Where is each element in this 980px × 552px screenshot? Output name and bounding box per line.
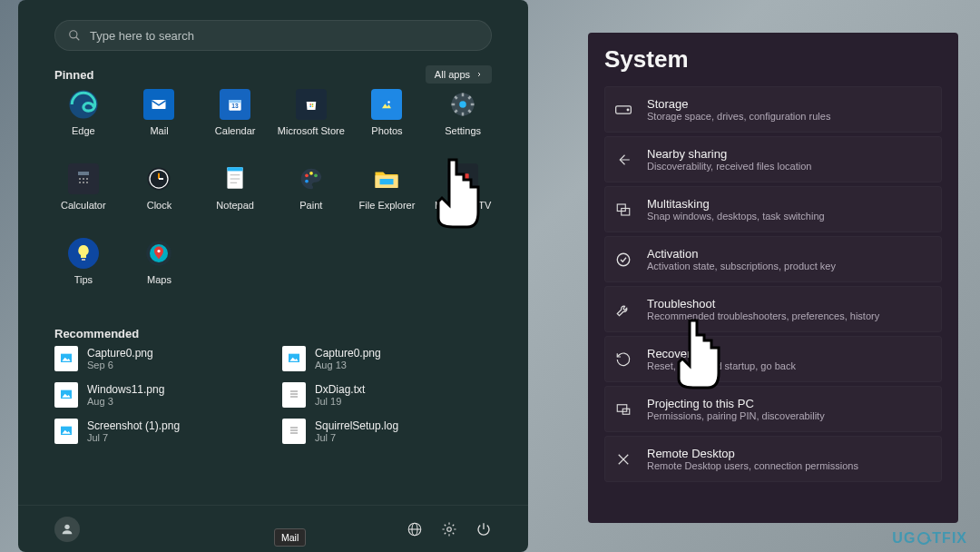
svg-point-26 (83, 178, 84, 180)
mail-icon (143, 89, 174, 120)
text-file-icon (282, 419, 306, 444)
pinned-label: Tips (74, 274, 93, 285)
store-icon (296, 89, 327, 120)
recommended-item[interactable]: Capture0.pngSep 6 (54, 346, 264, 371)
pinned-label: Photos (371, 125, 402, 136)
svg-point-68 (64, 524, 69, 528)
svg-rect-24 (78, 172, 89, 175)
text-file-icon (282, 382, 306, 408)
all-apps-button[interactable]: All apps (426, 65, 492, 84)
pinned-app-file-explorer[interactable]: File Explorer (349, 163, 426, 229)
pinned-app-notepad[interactable]: Notepad (197, 163, 273, 229)
pinned-label: Edge (72, 125, 95, 136)
movies-tv-icon (447, 163, 478, 194)
network-icon[interactable] (407, 521, 423, 537)
user-avatar-icon (54, 517, 80, 542)
project-icon (614, 400, 632, 419)
pinned-app-calculator[interactable]: Calculator (45, 163, 122, 229)
file-name: Capture0.png (315, 347, 381, 360)
row-title: Nearby sharing (647, 147, 811, 161)
edge-icon (68, 89, 99, 120)
settings-row-projecting[interactable]: Projecting to this PCPermissions, pairin… (604, 386, 942, 432)
multitasking-icon (614, 201, 632, 219)
pinned-label: Settings (445, 125, 481, 136)
search-placeholder: Type here to search (90, 29, 194, 43)
settings-title: System (604, 45, 942, 74)
pinned-label: Microsoft Store (278, 125, 345, 136)
pinned-app-paint[interactable]: Paint (273, 163, 349, 229)
settings-gear-icon[interactable] (441, 521, 457, 537)
pinned-label: Clock (147, 200, 172, 211)
row-desc: Remote Desktop users, connection permiss… (647, 460, 858, 471)
power-icon[interactable] (475, 521, 492, 537)
pinned-label: Paint (299, 200, 322, 211)
svg-point-42 (314, 173, 318, 177)
file-date: Sep 6 (87, 360, 153, 370)
row-desc: Discoverability, received files location (647, 161, 811, 172)
search-box[interactable]: Type here to search (54, 20, 492, 51)
settings-row-multitasking[interactable]: MultitaskingSnap windows, desktops, task… (604, 186, 942, 232)
svg-point-30 (86, 182, 88, 183)
svg-line-23 (468, 96, 471, 99)
recommended-item[interactable]: DxDiag.txtJul 19 (282, 382, 492, 408)
pinned-app-maps[interactable]: Maps (122, 238, 198, 303)
settings-row-troubleshoot[interactable]: TroubleshootRecommended troubleshooters,… (604, 286, 942, 332)
svg-point-51 (158, 250, 161, 252)
pinned-app-calendar[interactable]: 13 Calendar (197, 89, 273, 154)
settings-row-storage[interactable]: StorageStorage space, drives, configurat… (604, 86, 942, 133)
maps-icon (143, 238, 174, 269)
row-title: Troubleshoot (647, 297, 879, 310)
file-explorer-icon (371, 163, 402, 194)
pinned-label: Calculator (61, 200, 106, 211)
svg-point-77 (617, 253, 630, 266)
start-menu: Type here to search Pinned All apps Edge… (18, 0, 528, 552)
paint-icon (296, 163, 327, 194)
tips-icon (68, 238, 99, 269)
svg-rect-7 (309, 104, 311, 105)
pinned-app-settings[interactable]: Settings (425, 89, 501, 154)
bottom-system-icons (407, 521, 492, 537)
pinned-app-edge[interactable]: Edge (45, 89, 122, 154)
pinned-app-movies-tv[interactable]: Movies & TV (425, 163, 501, 229)
pinned-app-mail[interactable]: Mail (122, 89, 198, 154)
settings-system-panel: System StorageStorage space, drives, con… (588, 33, 958, 523)
pinned-app-tips[interactable]: Tips (45, 238, 122, 303)
svg-point-43 (305, 180, 309, 183)
user-account-button[interactable] (54, 517, 80, 542)
pinned-grid: Edge Mail 13 Calendar Microsoft Store Ph… (45, 89, 501, 303)
recommended-header: Recommended (54, 327, 492, 340)
recommended-item[interactable]: SquirrelSetup.logJul 7 (282, 419, 492, 444)
row-desc: Activation state, subscriptions, product… (647, 261, 836, 271)
svg-point-0 (70, 31, 77, 38)
share-icon (614, 151, 632, 169)
recommended-item[interactable]: Screenshot (1).pngJul 7 (54, 419, 264, 444)
row-title: Projecting to this PC (647, 397, 825, 410)
row-desc: Snap windows, desktops, task switching (647, 211, 825, 222)
svg-point-41 (309, 172, 313, 175)
recommended-item[interactable]: Windows11.pngAug 3 (54, 382, 264, 408)
clock-icon (143, 163, 174, 194)
file-name: SquirrelSetup.log (315, 419, 398, 432)
row-title: Activation (647, 247, 836, 261)
settings-row-recovery[interactable]: RecoveryReset, advanced startup, go back (604, 336, 942, 382)
svg-point-40 (305, 173, 309, 177)
svg-line-20 (455, 96, 457, 99)
settings-icon (447, 89, 478, 120)
recommended-item[interactable]: Capture0.pngAug 13 (282, 346, 492, 371)
search-icon (68, 29, 81, 42)
pinned-label: Movies & TV (435, 200, 491, 211)
row-title: Storage (647, 97, 830, 111)
pinned-app-clock[interactable]: Clock (122, 163, 198, 229)
row-title: Remote Desktop (647, 447, 858, 460)
row-desc: Reset, advanced startup, go back (647, 360, 796, 371)
settings-row-activation[interactable]: ActivationActivation state, subscription… (604, 236, 942, 282)
row-title: Multitasking (647, 197, 825, 211)
pinned-app-photos[interactable]: Photos (349, 89, 426, 154)
pinned-label: File Explorer (359, 200, 416, 211)
settings-row-remote-desktop[interactable]: Remote DesktopRemote Desktop users, conn… (604, 436, 942, 482)
file-date: Jul 7 (315, 432, 398, 443)
file-date: Jul 19 (315, 396, 365, 407)
pinned-title: Pinned (54, 68, 93, 82)
pinned-app-store[interactable]: Microsoft Store (273, 89, 349, 154)
settings-row-nearby-sharing[interactable]: Nearby sharingDiscoverability, received … (604, 136, 942, 182)
